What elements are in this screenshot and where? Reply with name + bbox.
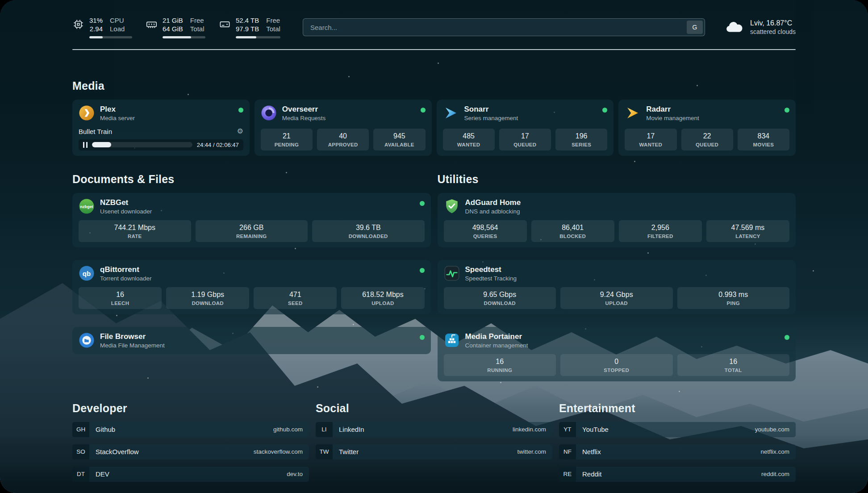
bookmark-url: github.com xyxy=(273,426,303,433)
search-engine-button[interactable]: G xyxy=(687,21,703,34)
section-utilities: Utilities AdGuard Home DNS and adblockin… xyxy=(438,173,796,381)
disk-total-label: Total xyxy=(266,25,280,33)
svg-text:qb: qb xyxy=(83,270,91,277)
pause-icon[interactable] xyxy=(83,142,88,148)
overseerr-card[interactable]: Overseerr Media Requests 21 PENDING 40 A… xyxy=(255,100,432,156)
cpu-load-value: 2.94 xyxy=(89,25,103,33)
plex-card[interactable]: Plex Media server Bullet Train ⚙ xyxy=(72,100,250,156)
now-playing-bar: 24:44 / 02:06:47 xyxy=(79,139,243,150)
stat-tile: 618.52 Mbps UPLOAD xyxy=(341,287,424,309)
bookmark-name: Netflix xyxy=(582,448,601,455)
disk-free-value: 52.4 TB xyxy=(236,16,259,25)
search-bar: G xyxy=(303,18,705,36)
bookmark-abbr: TW xyxy=(316,444,333,460)
service-name: Overseerr xyxy=(282,105,326,114)
bookmark-dev[interactable]: DT DEV dev.to xyxy=(72,467,309,482)
bookmark-url: youtube.com xyxy=(755,426,789,433)
bookmark-abbr: NF xyxy=(559,444,576,460)
stat-tile: 22 QUEUED xyxy=(681,129,733,150)
overseerr-icon xyxy=(261,105,277,121)
svg-text:nzbget: nzbget xyxy=(80,205,93,209)
section-developer: Developer GH Github github.com SO StackO… xyxy=(72,402,309,482)
bookmark-url: netflix.com xyxy=(760,448,789,455)
speedtest-card[interactable]: Speedtest Speedtest Tracking 9.65 Gbps D… xyxy=(438,260,796,314)
service-name: Plex xyxy=(100,105,135,114)
bookmark-abbr: LI xyxy=(316,422,333,437)
nzbget-icon: nzbget xyxy=(79,198,95,214)
gear-icon[interactable]: ⚙ xyxy=(237,128,243,135)
bookmark-abbr: DT xyxy=(72,467,89,482)
bookmark-twitter[interactable]: TW Twitter twitter.com xyxy=(316,444,552,460)
bookmark-reddit[interactable]: RE Reddit reddit.com xyxy=(559,467,796,482)
qbittorrent-card[interactable]: qb qBittorrent Torrent downloader 16 xyxy=(72,260,431,314)
bookmark-netflix[interactable]: NF Netflix netflix.com xyxy=(559,444,796,460)
bookmark-name: StackOverflow xyxy=(96,448,139,455)
stat-tile: 0 STOPPED xyxy=(560,354,673,376)
media-section-title: Media xyxy=(72,79,796,92)
documents-section-title: Documents & Files xyxy=(72,173,431,186)
status-dot xyxy=(420,268,425,273)
search-input[interactable] xyxy=(303,18,705,36)
dashboard-screen: 31% 2.94 CPU Load xyxy=(0,0,868,493)
stat-tile: 498,564 QUERIES xyxy=(444,220,527,242)
service-name: NZBGet xyxy=(100,198,152,207)
stat-tile: 9.24 Gbps UPLOAD xyxy=(560,287,673,309)
stat-tile: 0.993 ms PING xyxy=(677,287,790,309)
stat-tile: 16 TOTAL xyxy=(677,354,790,376)
sonarr-icon xyxy=(443,105,459,121)
stat-tile: 266 GB REMAINING xyxy=(196,220,308,242)
memory-free-label: Free xyxy=(190,16,204,25)
stat-tile: 39.6 TB DOWNLOADED xyxy=(312,220,425,242)
bookmark-github[interactable]: GH Github github.com xyxy=(72,422,309,437)
cpu-value: 31% xyxy=(89,16,103,25)
bookmark-name: Reddit xyxy=(582,470,601,478)
stat-tile: 47.569 ms LATENCY xyxy=(706,220,789,242)
stat-tile: 21 PENDING xyxy=(261,129,313,150)
stat-tile: 471 SEED xyxy=(254,287,337,309)
service-subtitle: Series management xyxy=(464,115,518,121)
bookmark-linkedin[interactable]: LI LinkedIn linkedin.com xyxy=(316,422,552,437)
service-name: Media Portainer xyxy=(465,332,528,341)
service-subtitle: Movie management xyxy=(646,115,699,121)
status-dot xyxy=(420,335,425,340)
cpu-icon xyxy=(72,18,84,30)
weather-location-temp: Lviv, 16.87°C xyxy=(750,19,796,27)
filebrowser-card[interactable]: File Browser Media File Management xyxy=(72,327,431,354)
bookmark-youtube[interactable]: YT YouTube youtube.com xyxy=(559,422,796,437)
adguard-card[interactable]: AdGuard Home DNS and adblocking 498,564 … xyxy=(438,193,796,247)
stat-tile: 9.65 Gbps DOWNLOAD xyxy=(444,287,556,309)
system-widgets: 31% 2.94 CPU Load xyxy=(72,16,280,38)
playback-progress[interactable] xyxy=(92,142,192,147)
portainer-card[interactable]: Media Portainer Container management 16 … xyxy=(438,327,796,381)
developer-section-title: Developer xyxy=(72,402,309,415)
service-name: Sonarr xyxy=(464,105,518,114)
nzbget-card[interactable]: nzbget NZBGet Usenet downloader 744.21 M… xyxy=(72,193,431,247)
status-dot xyxy=(785,108,789,113)
portainer-icon xyxy=(444,332,460,348)
bookmark-abbr: RE xyxy=(559,467,576,482)
utilities-section-title: Utilities xyxy=(438,173,796,186)
sonarr-card[interactable]: Sonarr Series management 485 WANTED 17 Q… xyxy=(437,100,614,156)
filebrowser-icon xyxy=(79,332,95,348)
radarr-icon xyxy=(625,105,641,121)
service-name: Radarr xyxy=(646,105,699,114)
disk-progressbar xyxy=(236,36,280,38)
service-subtitle: Torrent downloader xyxy=(100,275,152,282)
stat-tile: 834 MOVIES xyxy=(738,129,789,150)
disk-widget: 52.4 TB 97.9 TB Free Total xyxy=(219,16,280,38)
playback-time: 24:44 / 02:06:47 xyxy=(197,142,239,148)
stat-tile: 1.19 Gbps DOWNLOAD xyxy=(166,287,249,309)
bookmark-url: dev.to xyxy=(287,471,303,477)
bookmark-url: linkedin.com xyxy=(513,426,546,433)
stat-tile: 196 SERIES xyxy=(555,129,607,150)
section-entertainment: Entertainment YT YouTube youtube.com NF … xyxy=(559,402,796,482)
service-subtitle: Media File Management xyxy=(100,342,165,349)
weather-widget: Lviv, 16.87°C scattered clouds xyxy=(725,19,796,35)
service-name: qBittorrent xyxy=(100,265,152,274)
bookmark-stackoverflow[interactable]: SO StackOverflow stackoverflow.com xyxy=(72,444,309,460)
bookmark-url: reddit.com xyxy=(761,471,789,477)
bookmark-name: Github xyxy=(96,426,115,433)
memory-total-value: 64 GiB xyxy=(163,25,183,33)
radarr-card[interactable]: Radarr Movie management 17 WANTED 22 QUE… xyxy=(618,100,796,156)
memory-total-label: Total xyxy=(190,25,204,33)
